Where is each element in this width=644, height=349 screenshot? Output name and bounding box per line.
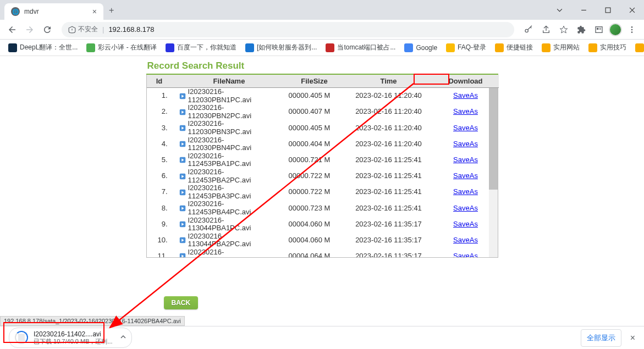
cell-id: 4.	[147, 136, 174, 152]
video-file-icon	[179, 189, 186, 196]
star-icon[interactable]	[556, 22, 571, 37]
table-row: 3.I20230216-112030PBN3PC.avi00000.405 M2…	[147, 120, 499, 136]
cell-time: 2023-02-16 11:25:41	[345, 200, 433, 216]
extensions-icon[interactable]	[574, 22, 589, 37]
browser-tab[interactable]: 🌐 mdvr ×	[4, 3, 103, 20]
cell-time: 2023-02-16 11:20:40	[345, 136, 433, 152]
cell-filename: I20230216-113044PBA1PC.avi	[174, 217, 284, 232]
saveas-link[interactable]: SaveAs	[453, 187, 478, 196]
video-file-icon	[179, 108, 186, 116]
cell-filesize: 00000.405 M	[284, 120, 345, 136]
back-button[interactable]: BACK	[164, 296, 199, 309]
bookmark-item[interactable]: 实用网站	[538, 41, 584, 54]
svg-point-10	[631, 29, 633, 30]
saveas-link[interactable]: SaveAs	[453, 236, 478, 244]
download-info: I20230216-11402....avi 已下载 10.7/40.0 MB，…	[34, 330, 113, 346]
table-row: 8.I20230216-112453PBA4PC.avi00000.723 M2…	[147, 200, 499, 216]
page-content: Record Search Result Id FileName FileSiz…	[0, 56, 644, 316]
bookmark-label: 当tomcat端口被占...	[337, 43, 395, 52]
saveas-link[interactable]: SaveAs	[453, 171, 478, 180]
bookmark-item[interactable]: 当tomcat端口被占...	[322, 41, 399, 54]
svg-point-9	[631, 26, 633, 28]
cell-filesize: 00004.060 M	[284, 217, 345, 232]
table-row: 7.I20230216-112453PBA3PC.avi00000.722 M2…	[147, 184, 499, 200]
key-icon[interactable]	[521, 22, 536, 37]
bookmark-item[interactable]: 便捷链接	[491, 41, 537, 54]
cell-filesize: 00000.405 M	[284, 88, 345, 104]
minimize-icon[interactable]	[571, 1, 596, 19]
cell-filename: I20230216-112453PBA3PC.avi	[174, 184, 284, 200]
cell-time: 2023-02-16 11:25:41	[345, 152, 433, 168]
user-avatar[interactable]	[609, 23, 622, 36]
download-filename: I20230216-11402....avi	[34, 330, 113, 338]
header-download: Download	[433, 75, 499, 88]
chevron-up-icon[interactable]	[120, 334, 126, 341]
bookmark-item[interactable]: FAQ-登录	[442, 41, 490, 54]
show-all-downloads-button[interactable]: 全部显示	[581, 329, 621, 347]
cell-filesize: 00000.723 M	[284, 200, 345, 216]
bookmark-label: 便捷链接	[507, 43, 533, 52]
cell-time: 2023-02-16 11:35:17	[345, 217, 433, 232]
bookmark-item[interactable]: 实用技巧	[585, 41, 630, 54]
window-controls	[547, 0, 644, 20]
table-row: 6.I20230216-112453PBA2PC.avi00000.722 M2…	[147, 168, 499, 184]
security-warning-icon: 不安全	[68, 25, 98, 34]
video-file-icon	[179, 156, 186, 164]
bookmark-item[interactable]: 彩云小译 - 在线翻译	[82, 41, 161, 54]
cell-filename: I20230216-113044PBA2PC.avi	[174, 232, 284, 248]
share-icon[interactable]	[538, 22, 554, 37]
svg-rect-5	[596, 26, 602, 32]
cell-time: 2023-02-16 11:20:40	[345, 104, 433, 120]
back-icon[interactable]	[4, 22, 20, 37]
bookmark-item[interactable]: 百度一下，你就知道	[162, 41, 240, 54]
video-file-icon	[179, 236, 186, 244]
result-table: Id FileName FileSize Time Download 1.I20…	[147, 75, 499, 257]
close-window-icon[interactable]	[620, 1, 644, 19]
url-bar[interactable]: 不安全 | 192.168.8.178	[62, 22, 514, 37]
cell-id: 2.	[147, 104, 174, 120]
saveas-link[interactable]: SaveAs	[453, 156, 478, 164]
menu-icon[interactable]	[624, 22, 640, 37]
cell-filename: I20230216-112453PBA2PC.avi	[174, 168, 284, 184]
url-text: 192.168.8.178	[108, 25, 154, 34]
saveas-link[interactable]: SaveAs	[453, 252, 478, 257]
page-title: Record Search Result	[146, 59, 498, 74]
table-body[interactable]: 1.I20230216-112030PBN1PC.avi00000.405 M2…	[147, 88, 499, 257]
bookmark-item[interactable]: [如何映射服务器到...	[241, 41, 321, 54]
bookmark-label: DeepL翻译：全世...	[20, 43, 78, 52]
reading-list-icon[interactable]	[591, 22, 607, 37]
video-file-icon	[179, 92, 186, 100]
bookmark-favicon	[326, 43, 334, 52]
cell-time: 2023-02-16 11:25:41	[345, 168, 433, 184]
scrollbar-thumb[interactable]	[489, 88, 498, 190]
bookmark-favicon	[8, 43, 17, 52]
saveas-link[interactable]: SaveAs	[453, 124, 478, 132]
folder-icon	[635, 43, 644, 52]
saveas-link[interactable]: SaveAs	[453, 204, 478, 212]
cell-id: 8.	[147, 200, 174, 216]
video-file-icon	[179, 124, 186, 132]
forward-icon[interactable]	[22, 22, 37, 37]
cell-id: 9.	[147, 217, 174, 232]
close-tab-icon[interactable]: ×	[92, 7, 97, 16]
bookmark-item[interactable]: Google	[400, 41, 441, 54]
maximize-icon[interactable]	[596, 1, 620, 19]
bookmark-item[interactable]: 常识	[631, 41, 644, 54]
bookmark-label: 百度一下，你就知道	[177, 43, 236, 52]
table-row: 4.I20230216-112030PBN4PC.avi00000.404 M2…	[147, 136, 499, 152]
bookmark-label: Google	[416, 44, 437, 52]
saveas-link[interactable]: SaveAs	[453, 91, 478, 99]
new-tab-button[interactable]: +	[103, 1, 119, 20]
video-file-icon	[179, 204, 186, 212]
bookmark-item[interactable]: DeepL翻译：全世...	[4, 41, 81, 54]
close-download-bar-icon[interactable]: ×	[630, 333, 635, 343]
saveas-link[interactable]: SaveAs	[453, 107, 478, 115]
cell-time: 2023-02-16 11:20:40	[345, 120, 433, 136]
download-item[interactable]: I20230216-11402....avi 已下载 10.7/40.0 MB，…	[9, 328, 132, 348]
table-scrollbar[interactable]	[489, 88, 498, 257]
saveas-link[interactable]: SaveAs	[453, 140, 478, 148]
saveas-link[interactable]: SaveAs	[453, 220, 478, 228]
chevron-down-icon[interactable]	[547, 1, 571, 19]
cell-filename: I20230216-113044PBA3PC.avi	[174, 248, 284, 257]
reload-icon[interactable]	[40, 22, 55, 37]
